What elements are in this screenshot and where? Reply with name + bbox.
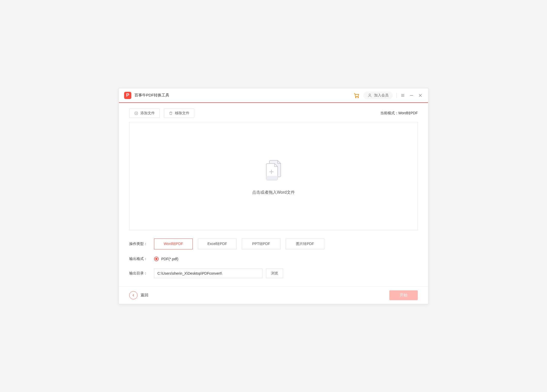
join-member-button[interactable]: 加入会员 xyxy=(363,92,393,99)
svg-point-2 xyxy=(369,94,371,95)
plus-circle-icon xyxy=(134,111,138,115)
svg-point-0 xyxy=(356,97,356,98)
add-file-label: 添加文件 xyxy=(140,111,155,116)
titlebar-actions: 加入会员 xyxy=(353,92,423,99)
user-icon xyxy=(367,93,372,98)
minimize-icon[interactable] xyxy=(409,93,414,98)
footer-bar: 返回 开始 xyxy=(119,287,428,304)
type-image-to-pdf[interactable]: 图片转PDF xyxy=(286,239,324,249)
output-format-value: PDF(*.pdf) xyxy=(161,257,178,261)
radio-icon xyxy=(154,257,159,261)
type-excel-to-pdf[interactable]: Excel转PDF xyxy=(198,239,237,249)
output-dir-label: 输出目录： xyxy=(129,271,154,276)
start-button[interactable]: 开始 xyxy=(389,290,418,300)
current-mode: 当前模式：Word转PDF xyxy=(380,111,418,116)
svg-rect-4 xyxy=(266,176,278,180)
dropzone-hint: 点击或者拖入Word文件 xyxy=(252,190,295,195)
back-button[interactable]: 返回 xyxy=(129,291,148,299)
type-ppt-to-pdf[interactable]: PPT转PDF xyxy=(242,239,280,249)
operation-type-row: 操作类型： Word转PDF Excel转PDF PPT转PDF 图片转PDF xyxy=(129,239,418,249)
type-word-to-pdf[interactable]: Word转PDF xyxy=(154,239,193,249)
svg-point-1 xyxy=(358,97,359,98)
output-path-input[interactable] xyxy=(154,268,262,278)
output-dir-row: 输出目录： 浏览 xyxy=(129,268,418,278)
operation-type-group: Word转PDF Excel转PDF PPT转PDF 图片转PDF xyxy=(154,239,324,249)
titlebar: P 百事牛PDF转换工具 加入会员 xyxy=(119,88,428,103)
file-toolbar: 添加文件 移除文件 当前模式：Word转PDF xyxy=(129,109,418,118)
content-area: 添加文件 移除文件 当前模式：Word转PDF xyxy=(119,103,428,287)
divider xyxy=(396,93,397,98)
operation-type-label: 操作类型： xyxy=(129,242,154,246)
cart-icon[interactable] xyxy=(353,92,360,99)
file-dropzone[interactable]: 点击或者拖入Word文件 xyxy=(129,122,418,230)
app-window: P 百事牛PDF转换工具 加入会员 xyxy=(119,88,428,304)
close-icon[interactable] xyxy=(418,93,423,98)
browse-button[interactable]: 浏览 xyxy=(266,268,283,278)
output-format-label: 输出格式： xyxy=(129,257,154,261)
app-logo-icon: P xyxy=(124,92,131,99)
trash-icon xyxy=(169,111,173,115)
member-label: 加入会员 xyxy=(374,93,389,98)
remove-file-label: 移除文件 xyxy=(175,111,189,116)
app-title: 百事牛PDF转换工具 xyxy=(134,93,169,98)
output-format-radio[interactable]: PDF(*.pdf) xyxy=(154,257,178,261)
arrow-left-icon xyxy=(129,291,138,299)
output-format-row: 输出格式： PDF(*.pdf) xyxy=(129,257,418,261)
add-file-button[interactable]: 添加文件 xyxy=(129,109,160,118)
back-label: 返回 xyxy=(141,293,148,298)
menu-icon[interactable] xyxy=(400,93,405,98)
document-stack-icon xyxy=(261,157,286,184)
remove-file-button[interactable]: 移除文件 xyxy=(164,109,194,118)
